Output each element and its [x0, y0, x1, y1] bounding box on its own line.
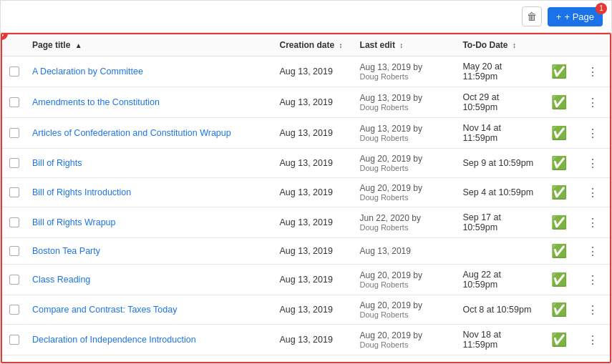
table-row: Compare and Contrast: Taxes TodayAug 13,…: [2, 295, 610, 325]
row-checkbox[interactable]: [9, 67, 19, 77]
more-actions-button[interactable]: ⋮: [584, 215, 601, 230]
page-title-link[interactable]: Bill of Rights Wrapup: [32, 217, 116, 227]
row-title-cell: Compare and Contrast: Taxes Today: [24, 295, 271, 325]
page-title-link[interactable]: A Declaration by Committee: [32, 67, 143, 77]
check-complete-icon: ✅: [551, 185, 567, 200]
header-todo[interactable]: To-Do Date ↕: [454, 34, 543, 56]
header-last-edit[interactable]: Last edit ↕: [351, 34, 455, 56]
more-actions-button[interactable]: ⋮: [584, 302, 601, 318]
last-edit-date: Jun 22, 2020 by: [360, 213, 446, 223]
row-creation-cell: Aug 13, 2019: [271, 149, 351, 178]
row-todo-cell: Oct 29 at 10:59pm: [454, 87, 543, 118]
more-actions-button[interactable]: ⋮: [584, 156, 601, 171]
row-todo-cell: [454, 238, 543, 265]
row-actions-cell[interactable]: ⋮: [575, 207, 610, 238]
row-checkbox-cell: [2, 149, 24, 178]
row-checkbox-cell: [2, 118, 24, 149]
table-body: A Declaration by CommitteeAug 13, 2019Au…: [2, 56, 610, 363]
sort-last-icon[interactable]: ↕: [399, 41, 403, 49]
row-status-cell: ✅: [543, 265, 575, 295]
page-title-link[interactable]: Bill of Rights Introduction: [32, 187, 131, 197]
row-checkbox[interactable]: [9, 275, 19, 285]
check-complete-icon: ✅: [551, 272, 567, 287]
row-actions-cell[interactable]: ⋮: [575, 355, 610, 363]
sort-title-icon[interactable]: ▲: [75, 41, 82, 49]
row-last-edit-cell: Aug 13, 2019: [351, 238, 455, 265]
row-checkbox[interactable]: [9, 305, 19, 315]
last-edit-by: Doug Roberts: [360, 310, 446, 319]
row-checkbox-cell: [2, 178, 24, 207]
page-title-link[interactable]: Bill of Rights: [32, 158, 82, 168]
check-complete-icon: ✅: [551, 244, 567, 258]
last-edit-by: Doug Roberts: [360, 72, 446, 81]
more-actions-button[interactable]: ⋮: [584, 272, 601, 287]
row-last-edit-cell: Aug 13, 2019 byDoug Roberts: [351, 118, 455, 149]
check-complete-icon: ✅: [551, 64, 567, 79]
row-checkbox[interactable]: [9, 217, 19, 227]
row-title-cell: Bill of Rights: [24, 149, 271, 178]
row-actions-cell[interactable]: ⋮: [575, 295, 610, 325]
row-last-edit-cell: Aug 20, 2019 byDoug Roberts: [351, 295, 455, 325]
more-actions-button[interactable]: ⋮: [584, 95, 601, 110]
more-actions-button[interactable]: ⋮: [584, 333, 601, 348]
row-todo-cell: Sep 17 at 10:59pm: [454, 207, 543, 238]
row-actions-cell[interactable]: ⋮: [575, 238, 610, 265]
table-row: Bill of Rights WrapupAug 13, 2019Jun 22,…: [2, 207, 610, 238]
delete-button[interactable]: 🗑: [522, 6, 542, 26]
header-creation[interactable]: Creation date ↕: [271, 34, 351, 56]
page-title-link[interactable]: Declaration of Independence Introduction: [32, 335, 196, 345]
page-title-link[interactable]: Articles of Confederation and Constituti…: [32, 128, 231, 138]
add-page-button[interactable]: + + Page: [548, 7, 603, 26]
last-edit-date: Aug 13, 2019: [360, 246, 446, 256]
row-checkbox[interactable]: [9, 97, 19, 107]
row-todo-cell: Dec 4 at 11:59pm: [454, 355, 543, 363]
last-edit-by: Doug Roberts: [360, 134, 446, 142]
row-creation-cell: Aug 13, 2019: [271, 325, 351, 355]
row-title-cell: Bill of Rights Wrapup: [24, 207, 271, 238]
row-checkbox[interactable]: [9, 335, 19, 345]
row-todo-cell: Sep 4 at 10:59pm: [454, 178, 543, 207]
row-actions-cell[interactable]: ⋮: [575, 118, 610, 149]
header-actions: [575, 34, 610, 56]
row-title-cell: Bill of Rights Introduction: [24, 178, 271, 207]
row-title-cell: Boston Tea Party: [24, 238, 271, 265]
row-actions-cell[interactable]: ⋮: [575, 87, 610, 118]
row-status-cell: ✅: [543, 178, 575, 207]
row-checkbox[interactable]: [9, 187, 19, 197]
table-row: Bill of Rights IntroductionAug 13, 2019A…: [2, 178, 610, 207]
row-actions-cell[interactable]: ⋮: [575, 325, 610, 355]
page-title-link[interactable]: Compare and Contrast: Taxes Today: [32, 305, 177, 315]
page-title-link[interactable]: Boston Tea Party: [32, 246, 100, 256]
row-actions-cell[interactable]: ⋮: [575, 265, 610, 295]
more-actions-button[interactable]: ⋮: [584, 185, 601, 200]
toolbar: 🗑 + + Page 1: [1, 1, 611, 33]
page-title-link[interactable]: Class Reading: [32, 275, 90, 285]
row-checkbox[interactable]: [9, 128, 19, 138]
row-checkbox[interactable]: [9, 246, 19, 256]
check-complete-icon: ✅: [551, 95, 567, 109]
row-creation-cell: Aug 13, 2019: [271, 87, 351, 118]
row-checkbox[interactable]: [9, 158, 19, 168]
sort-todo-icon[interactable]: ↕: [513, 41, 516, 49]
row-creation-cell: Aug 13, 2019: [271, 178, 351, 207]
more-actions-button[interactable]: ⋮: [584, 126, 601, 141]
last-edit-date: Aug 13, 2019 by: [360, 93, 446, 103]
row-checkbox-cell: [2, 56, 24, 87]
table-container[interactable]: Page title ▲ Creation date ↕ Last edit ↕: [2, 34, 610, 362]
last-edit-date: Aug 20, 2019 by: [360, 360, 446, 362]
more-actions-button[interactable]: ⋮: [584, 244, 601, 259]
sort-creation-icon[interactable]: ↕: [339, 41, 343, 49]
more-actions-button[interactable]: ⋮: [584, 64, 601, 79]
row-checkbox-cell: [2, 295, 24, 325]
row-status-cell: ✅: [543, 325, 575, 355]
row-actions-cell[interactable]: ⋮: [575, 149, 610, 178]
page-title-link[interactable]: Amendments to the Constitution: [32, 97, 160, 107]
row-actions-cell[interactable]: ⋮: [575, 56, 610, 87]
row-checkbox-cell: [2, 238, 24, 265]
row-last-edit-cell: Aug 20, 2019 byDoug Roberts: [351, 325, 455, 355]
delete-btn-wrapper: 🗑: [522, 6, 542, 26]
row-creation-cell: Aug 13, 2019: [271, 295, 351, 325]
last-edit-date: Aug 20, 2019 by: [360, 270, 446, 280]
header-title[interactable]: Page title ▲: [24, 34, 271, 56]
row-actions-cell[interactable]: ⋮: [575, 178, 610, 207]
